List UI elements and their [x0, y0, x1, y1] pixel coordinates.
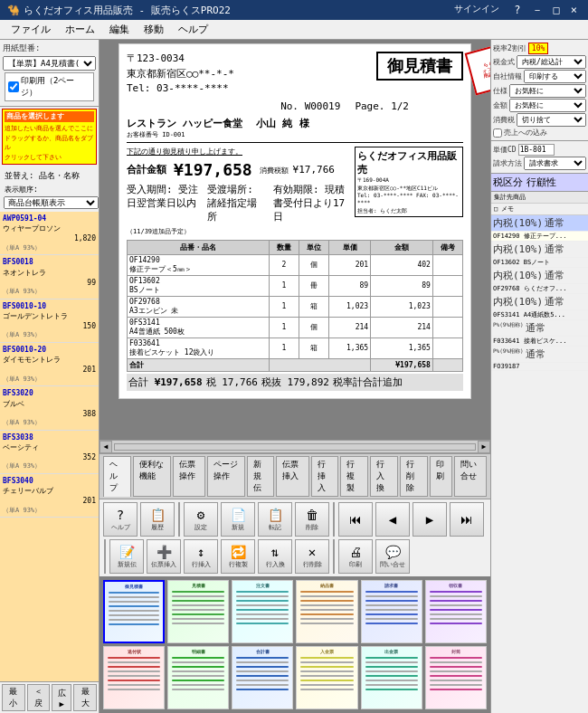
tool-first-page[interactable]: ⏮ [338, 502, 373, 537]
product-item-bfs0010-20[interactable]: BFS0010-20 ダイモモントレラ 201 （単A 93%） [0, 343, 99, 386]
tool-prev-page[interactable]: ◀ [375, 502, 410, 537]
maximize-button[interactable]: □ [550, 3, 564, 18]
menu-help[interactable]: ヘルプ [171, 21, 215, 38]
request-method-select[interactable]: 請求書求 [524, 157, 586, 170]
thumbnail-1[interactable]: 御見積書 [103, 580, 165, 643]
product-item-bfs3020[interactable]: BFS3020 ブルベ 388 （単A 93%） [0, 386, 99, 430]
spec-select[interactable]: お気軽に [509, 84, 586, 98]
col-amount: 金額 [371, 240, 433, 254]
menu-move[interactable]: 移動 [137, 21, 171, 38]
tool-new-slip[interactable]: 📝 新規伝 [109, 539, 144, 574]
product-item-bfs3040[interactable]: BFS3040 チェリーバルブ 201 （単A 93%） [0, 474, 99, 518]
list-item-2[interactable]: 内税(10%) 通常 [491, 242, 588, 258]
menu-file[interactable]: ファイル [4, 21, 58, 38]
tool-delete[interactable]: 🗑 削除 [295, 502, 329, 537]
tax-formula-select[interactable]: 内税/総込計 [517, 55, 586, 69]
tool-next-page[interactable]: ▶ [413, 502, 447, 537]
sales-include-check[interactable] [493, 128, 502, 138]
tool-row-delete[interactable]: ✕ 行削除 [295, 539, 329, 574]
unitcd-input[interactable] [518, 144, 555, 156]
list-subheader-product: 集計先商品 [491, 192, 588, 204]
tab-print[interactable]: 印刷 [430, 456, 452, 497]
prev-btn[interactable]: ＜戻 [27, 684, 51, 711]
tool-copy[interactable]: 📋 転記 [258, 502, 292, 537]
product-item-bfs3038[interactable]: BFS3038 ベーシティ 352 （単A 93%） [0, 431, 99, 474]
notice-area: 商品を選択します 追加したい商品を選んでここにドラッグするか、商品名をダブルクリ… [2, 109, 97, 165]
display-select[interactable]: 商品台帳順表示 [4, 196, 99, 209]
invoice-document: 〒123-0034 東京都新宿区◯◯**-*-* Tel: 03-****-**… [119, 43, 471, 399]
tool-row-copy[interactable]: 🔁 行複製 [221, 539, 255, 574]
tab-slip-ops[interactable]: 伝票操作 [173, 456, 205, 497]
thumbnail-3[interactable]: 注文書 [232, 580, 293, 643]
last-page-icon: ⏭ [460, 512, 473, 527]
amount-select[interactable]: お気軽に [509, 99, 586, 112]
thumbnail-4[interactable]: 納品書 [296, 580, 357, 643]
list-item-5[interactable]: P%(9%相称) 通常 [491, 320, 588, 337]
thumbnail-2[interactable]: 見積書 [167, 580, 229, 643]
close-button[interactable]: × [567, 3, 581, 18]
list-item-6[interactable]: P%(9%相称) 通常 [491, 347, 588, 363]
invoice-title: 御見積書 [376, 52, 463, 81]
table-row[interactable]: F033641接着ビスケット 12袋入り 1 箱 1,365 1,365 [128, 337, 463, 358]
minimize-button[interactable]: － [528, 3, 546, 18]
table-row[interactable]: 0FS3141A4普通紙 500枚 1 個 214 214 [128, 317, 463, 337]
table-row[interactable]: OF14290修正テープ＜5㎜＞ 2 個 201 402 [128, 254, 463, 275]
min-btn[interactable]: 最小 [2, 684, 25, 711]
tool-inquiry[interactable]: 💬 問い合せ [375, 539, 410, 574]
thumbnail-gallery: 御見積書 見積書 [100, 576, 490, 713]
scroll-left-btn[interactable]: ◀ [100, 441, 112, 453]
insert-slip-icon: ➕ [156, 545, 172, 559]
thumbnail-9[interactable]: 合計書 [232, 646, 293, 709]
thumbnail-8[interactable]: 明細書 [167, 646, 229, 709]
company-info-select[interactable]: 印刷する [524, 70, 586, 83]
product-item-bfs0018[interactable]: BFS0018 ネオントレラ 99 （単A 93%） [0, 255, 99, 299]
tool-insert-slip[interactable]: ➕ 伝票挿入 [147, 539, 181, 574]
tool-last-page[interactable]: ⏭ [450, 502, 484, 537]
paper-size-select[interactable]: 【単票】A4見積書(A)カラー [3, 56, 96, 71]
table-row[interactable]: OF13602BSノート 1 冊 89 89 [128, 275, 463, 296]
tab-useful[interactable]: 便利な機能 [133, 456, 171, 497]
thumbnail-7[interactable]: 送付状 [103, 646, 165, 709]
tool-row-insert[interactable]: ↕ 行挿入 [184, 539, 218, 574]
tab-row-delete[interactable]: 行削除 [400, 456, 428, 497]
tab-inquiry[interactable]: 問い合せ [454, 456, 487, 497]
scroll-right-btn[interactable]: ▶ [478, 441, 490, 453]
menu-home[interactable]: ホーム [58, 21, 102, 38]
tax-round-select[interactable]: 切り捨て [517, 113, 586, 127]
print-icon: 🖨 [349, 545, 362, 559]
tool-print[interactable]: 🖨 印刷 [338, 539, 373, 574]
tab-row-copy[interactable]: 行複製 [340, 456, 368, 497]
tool-history[interactable]: 📋 履歴 [140, 502, 175, 537]
list-item-1[interactable]: 内税(10%) 通常 [491, 215, 588, 232]
thumbnail-11[interactable]: 出金票 [361, 646, 422, 709]
product-item-awp0591[interactable]: AWP0591-04 ウィヤープロソン 1,820 （単A 93%） [0, 212, 99, 255]
thumbnail-6[interactable]: 領収書 [425, 580, 487, 643]
print-mode-check[interactable] [8, 81, 19, 92]
tab-row-swap[interactable]: 行入換 [370, 456, 398, 497]
list-item-4[interactable]: 内税(10%) 通常 [491, 294, 588, 310]
tab-help[interactable]: ヘルプ [103, 456, 131, 497]
tool-new[interactable]: 📄 新規 [221, 502, 255, 537]
paper-size-label: 用紙型番: [3, 43, 96, 54]
thumbnail-10[interactable]: 入金票 [296, 646, 357, 709]
wide-btn[interactable]: 広▶ [52, 684, 71, 711]
max-btn[interactable]: 最大 [73, 684, 97, 711]
help-button[interactable]: ? [510, 3, 524, 18]
tab-page-ops[interactable]: ページ操作 [207, 456, 245, 497]
tab-insert-slip[interactable]: 伝票挿入 [276, 456, 308, 497]
tool-row-swap[interactable]: ⇅ 行入換 [258, 539, 292, 574]
thumbnail-12[interactable]: 封筒 [425, 646, 487, 709]
tab-new-slip[interactable]: 新規伝 [247, 456, 275, 497]
table-row[interactable]: OF29768A3エンビン 未 1 箱 1,023 1,023 [128, 296, 463, 317]
footer-summary: 合計 ¥197,658 税 17,766 税抜 179,892 税率計合計追加 [127, 374, 463, 391]
tool-help[interactable]: ? ヘルプ [103, 502, 138, 537]
menu-edit[interactable]: 編集 [102, 21, 137, 38]
thumbnail-5[interactable]: 請求書 [361, 580, 422, 643]
right-unitcd-section: 単価CD 請求方法 請求書求 [491, 141, 588, 174]
product-item-bfs0010-10[interactable]: BFS0010-10 ゴールデントレトラ 150 （単A 93%） [0, 299, 99, 343]
tax-rate-badge: 10% [528, 43, 548, 54]
tab-row-insert[interactable]: 行挿入 [311, 456, 339, 497]
tool-settings[interactable]: ⚙ 設定 [184, 502, 218, 537]
invoice-title-area: 御見積書 らくだ オフィス 用品販売 [376, 52, 463, 97]
list-item-3[interactable]: 内税(10%) 通常 [491, 268, 588, 284]
